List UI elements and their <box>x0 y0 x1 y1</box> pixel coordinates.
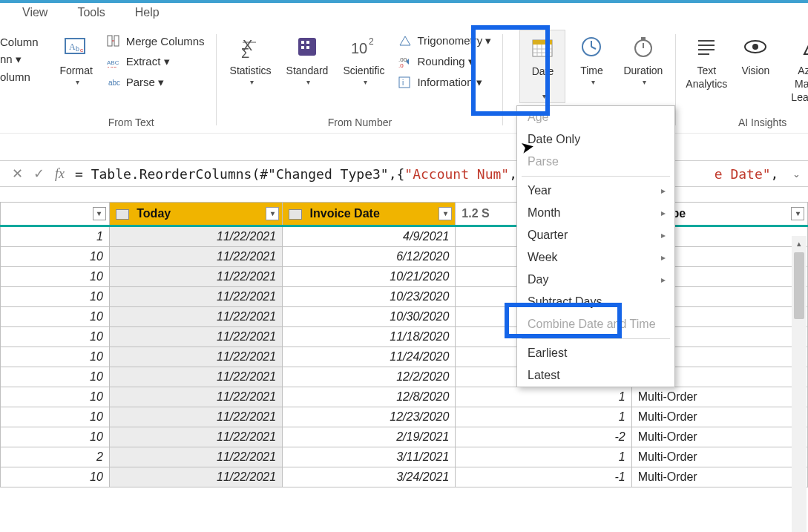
cell-invoice-date[interactable]: 3/24/2021 <box>283 467 456 487</box>
cell-acct[interactable]: 10 <box>1 347 110 367</box>
cell-acct[interactable]: 10 <box>1 307 110 327</box>
table-row[interactable]: 211/22/20213/11/20211Multi-Order <box>1 447 808 467</box>
menu-month[interactable]: Month▸ <box>517 202 674 224</box>
table-row[interactable]: 1011/22/20212/19/2021-2Multi-Order <box>1 427 808 447</box>
col-header-acct[interactable]: ▾ <box>1 203 110 226</box>
ribbon-btn-column-partial[interactable]: Column <box>0 34 39 50</box>
cell-invoice-date[interactable]: 10/23/2020 <box>283 287 456 307</box>
table-row[interactable]: 1011/22/202110/30/2020rder <box>1 307 808 327</box>
format-button[interactable]: Abc Format▾ <box>53 30 99 88</box>
cell-acct[interactable]: 1 <box>1 226 110 247</box>
cell-invoice-date[interactable]: 10/21/2020 <box>283 267 456 287</box>
cell-acct[interactable]: 10 <box>1 247 110 267</box>
table-row[interactable]: 1011/22/20216/12/2020rder <box>1 247 808 267</box>
cell-s[interactable]: 1 <box>456 387 631 407</box>
parse-button[interactable]: abc Parse ▾ <box>102 73 209 92</box>
table-row[interactable]: 1011/22/202110/21/2020rder <box>1 267 808 287</box>
col-header-invoice-date[interactable]: Invoice Date ▾ <box>283 203 456 226</box>
cell-acct[interactable]: 10 <box>1 287 110 307</box>
cell-acct[interactable]: 10 <box>1 387 110 407</box>
cell-acct[interactable]: 10 <box>1 427 110 447</box>
cell-acct[interactable]: 10 <box>1 327 110 347</box>
cell-invoice-date[interactable]: 6/12/2020 <box>283 247 456 267</box>
filter-icon[interactable]: ▾ <box>93 207 106 220</box>
trigonometry-button[interactable]: Trigonometry ▾ <box>393 31 496 50</box>
cell-acct[interactable]: 10 <box>1 407 110 427</box>
filter-icon[interactable]: ▾ <box>266 207 279 220</box>
cell-today[interactable]: 11/22/2021 <box>109 307 282 327</box>
cell-invoice-date[interactable]: 10/30/2020 <box>283 307 456 327</box>
cell-acct[interactable]: 10 <box>1 267 110 287</box>
scientific-button[interactable]: 102 Scientific▾ <box>337 30 390 88</box>
menu-date-only[interactable]: Date Only <box>517 128 674 151</box>
table-row[interactable]: 1011/22/20213/24/2021-1Multi-Order <box>1 467 808 487</box>
cell-invoice-date[interactable]: 11/24/2020 <box>283 347 456 367</box>
menu-earliest[interactable]: Earliest <box>517 342 674 364</box>
menu-latest[interactable]: Latest <box>517 364 674 387</box>
menu-parse[interactable]: Parse <box>517 151 674 173</box>
ribbon-btn-nn-partial[interactable]: nn ▾ <box>0 51 39 68</box>
cell-acct[interactable]: 10 <box>1 367 110 387</box>
cell-today[interactable]: 11/22/2021 <box>109 407 282 427</box>
cell-today[interactable]: 11/22/2021 <box>109 287 282 307</box>
cell-invoice-date[interactable]: 4/9/2021 <box>283 226 456 247</box>
cell-acct[interactable]: 10 <box>1 467 110 487</box>
time-button[interactable]: Time▾ <box>568 30 614 88</box>
date-button[interactable]: Date▾ <box>519 30 565 103</box>
cell-today[interactable]: 11/22/2021 <box>109 387 282 407</box>
table-row[interactable]: 1011/22/202111/24/2020rder <box>1 347 808 367</box>
cell-invoice-date[interactable]: 2/19/2021 <box>283 427 456 447</box>
scroll-up-icon[interactable]: ▴ <box>792 236 807 251</box>
cell-today[interactable]: 11/22/2021 <box>109 347 282 367</box>
cell-type[interactable]: Multi-Order <box>631 387 807 407</box>
cell-invoice-date[interactable]: 3/11/2021 <box>283 447 456 467</box>
cell-invoice-date[interactable]: 12/8/2020 <box>283 387 456 407</box>
fx-icon[interactable]: fx <box>55 166 65 182</box>
cell-today[interactable]: 11/22/2021 <box>109 267 282 287</box>
formula-cancel-icon[interactable]: ✕ <box>12 165 23 182</box>
cell-today[interactable]: 11/22/2021 <box>109 327 282 347</box>
cell-type[interactable]: Multi-Order <box>631 447 807 467</box>
filter-icon[interactable]: ▾ <box>439 207 452 220</box>
cell-invoice-date[interactable]: 12/2/2020 <box>283 367 456 387</box>
menu-tools[interactable]: Tools <box>77 6 105 19</box>
cell-s[interactable]: 1 <box>456 407 631 427</box>
cell-today[interactable]: 11/22/2021 <box>109 427 282 447</box>
vision-button[interactable]: Vision <box>732 30 778 79</box>
cell-acct[interactable]: 2 <box>1 447 110 467</box>
scroll-thumb[interactable] <box>794 252 804 319</box>
menu-day[interactable]: Day▸ <box>517 269 674 291</box>
cell-invoice-date[interactable]: 11/18/2020 <box>283 327 456 347</box>
cell-today[interactable]: 11/22/2021 <box>109 467 282 487</box>
menu-year[interactable]: Year▸ <box>517 180 674 202</box>
table-row[interactable]: 1011/22/202111/18/2020rder <box>1 327 808 347</box>
extract-button[interactable]: ABC123 Extract ▾ <box>102 52 209 71</box>
formula-expand-button[interactable]: ⌄ <box>787 168 805 180</box>
menu-week[interactable]: Week▸ <box>517 246 674 269</box>
menu-help[interactable]: Help <box>135 6 160 19</box>
duration-button[interactable]: Duration▾ <box>617 30 669 88</box>
col-header-today[interactable]: Today ▾ <box>109 203 282 226</box>
formula-commit-icon[interactable]: ✓ <box>33 165 45 182</box>
table-row[interactable]: 1011/22/202112/23/20201Multi-Order <box>1 407 808 427</box>
cell-type[interactable]: Multi-Order <box>631 407 807 427</box>
information-button[interactable]: i Information ▾ <box>393 73 496 92</box>
cell-s[interactable]: 1 <box>456 447 631 467</box>
statistics-button[interactable]: ΧΣ Statistics▾ <box>224 30 277 88</box>
table-row[interactable]: 111/22/20214/9/2021rder <box>1 226 808 247</box>
table-row[interactable]: 1011/22/202112/2/2020rder <box>1 367 808 387</box>
table-row[interactable]: 1011/22/202112/8/20201Multi-Order <box>1 387 808 407</box>
menu-age[interactable]: Age <box>517 106 674 128</box>
standard-button[interactable]: Standard▾ <box>280 30 335 88</box>
azure-ml-button[interactable]: Azure Machin Learning <box>781 30 808 106</box>
cell-invoice-date[interactable]: 12/23/2020 <box>283 407 456 427</box>
table-row[interactable]: 1011/22/202110/23/2020rder <box>1 287 808 307</box>
cell-today[interactable]: 11/22/2021 <box>109 367 282 387</box>
vertical-scrollbar[interactable]: ▴ <box>792 236 807 532</box>
cell-today[interactable]: 11/22/2021 <box>109 247 282 267</box>
cell-today[interactable]: 11/22/2021 <box>109 226 282 247</box>
cell-type[interactable]: Multi-Order <box>631 427 807 447</box>
text-analytics-button[interactable]: Text Analytics <box>683 30 729 92</box>
filter-icon[interactable]: ▾ <box>791 207 804 220</box>
menu-subtract-days[interactable]: Subtract Days <box>517 291 674 313</box>
